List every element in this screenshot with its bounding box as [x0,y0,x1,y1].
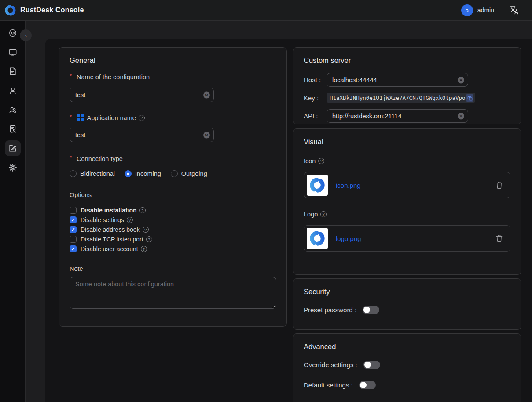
copy-icon[interactable] [466,94,473,102]
topbar: RustDesk Console a admin [0,0,532,21]
help-icon[interactable]: ? [127,217,133,223]
clear-icon[interactable]: × [458,77,464,83]
clear-icon[interactable]: × [203,91,210,98]
options-list: Disable installation ? Disable settings … [70,205,276,254]
help-icon[interactable]: ? [320,211,327,217]
help-icon[interactable]: ? [143,227,149,233]
key-field: HtaXBkJNHyn0e1U1jWXze7A7CN7QTGWqxkOtpaVp… [327,93,475,103]
custom-server-card: Custom server Host : × Key : HtaXBkJNHyn… [293,47,521,124]
checkbox-disable-tcp-listen-port[interactable]: Disable TCP listen port ? [70,234,276,244]
override-settings-toggle[interactable] [363,361,380,369]
app-name-field: × [70,128,214,142]
key-value: HtaXBkJNHyn0e1U1jWXze7A7CN7QTGWqxkOtpaVp… [330,95,466,101]
help-icon[interactable]: ? [139,115,145,121]
note-textarea[interactable] [70,277,276,309]
checkbox-disable-installation[interactable]: Disable installation ? [70,205,276,215]
icon-thumbnail [307,175,328,196]
help-icon[interactable]: ? [139,207,146,213]
app-name-label: Application name ? [70,113,276,122]
checkbox-icon [70,226,77,233]
help-icon[interactable]: ? [318,158,324,164]
host-label: Host : [304,76,327,84]
override-settings-label: Override settings : [304,361,357,369]
edit-icon [8,143,18,153]
icon-file-link[interactable]: icon.png [336,182,361,189]
checkbox-icon [70,207,77,214]
radio-outgoing[interactable]: Outgoing [171,170,207,177]
clear-icon[interactable]: × [203,132,210,138]
config-name-input[interactable] [70,88,214,102]
icon-file-row: icon.png [304,172,510,198]
help-icon[interactable]: ? [146,236,152,242]
radio-icon [70,170,77,177]
config-name-label: Name of the configuration [70,73,276,81]
visual-title: Visual [304,136,510,147]
username[interactable]: admin [477,7,494,14]
audit-log-icon [8,124,18,134]
trash-icon[interactable] [495,234,503,242]
logo-file-link[interactable]: logo.png [336,235,361,242]
api-label: API : [304,112,327,120]
user-group-icon [8,105,18,115]
key-row: Key : HtaXBkJNHyn0e1U1jWXze7A7CN7QTGWqxk… [304,93,510,103]
api-input[interactable] [327,109,468,123]
general-title: General [70,55,276,66]
default-settings-label: Default settings : [304,381,353,389]
security-title: Security [304,286,510,297]
radio-incoming[interactable]: Incoming [125,170,161,177]
clear-icon[interactable]: × [458,113,464,119]
api-row: API : × [304,109,510,123]
translate-icon[interactable] [510,6,519,15]
radio-icon [125,170,132,177]
preset-password-label: Preset password : [304,306,356,314]
logo-thumbnail [307,228,328,249]
key-label: Key : [304,94,327,102]
sidebar [0,21,26,402]
general-card: General Name of the configuration × Appl… [59,47,287,327]
sidebar-item-users[interactable] [5,83,21,99]
sidebar-item-custom-clients[interactable] [5,140,21,156]
settings-icon [8,163,18,172]
sidebar-expand-button[interactable]: › [20,29,32,41]
app-title: RustDesk Console [20,6,84,14]
checkbox-disable-address-book[interactable]: Disable address book ? [70,225,276,234]
sidebar-item-groups[interactable] [5,102,21,118]
host-input[interactable] [327,73,468,87]
security-card: Security Preset password : [293,278,521,330]
visual-card: Visual Icon ? icon.png Logo ? [293,128,521,275]
radio-bidirectional[interactable]: Bidirectional [70,170,115,177]
brand: RustDesk Console [4,4,84,16]
checkbox-icon [70,216,77,223]
default-settings-toggle[interactable] [359,381,376,389]
preset-password-toggle[interactable] [363,306,379,314]
sidebar-item-licenses[interactable] [5,121,21,137]
rustdesk-logo-icon [4,4,16,16]
checkbox-disable-user-account[interactable]: Disable user account ? [70,244,276,254]
logo-label: Logo ? [304,210,510,219]
sidebar-item-devices[interactable] [5,44,21,60]
app-name-input[interactable] [70,128,214,142]
trash-icon[interactable] [495,181,503,189]
host-row: Host : × [304,73,510,87]
content-wrapper: General Name of the configuration × Appl… [45,39,532,402]
sidebar-item-audit[interactable] [5,63,21,79]
default-settings-row: Default settings : [304,381,510,389]
avatar[interactable]: a [461,4,473,16]
windows-icon [77,114,84,121]
sidebar-item-dashboard[interactable] [5,25,21,41]
monitor-icon [8,48,18,57]
note-label: Note [70,264,276,273]
connection-type-radios: Bidirectional Incoming Outgoing [70,170,276,177]
host-field: × [327,73,468,87]
custom-server-title: Custom server [304,55,510,66]
override-settings-row: Override settings : [304,361,510,369]
radio-icon [171,170,178,177]
advanced-title: Advanced [304,341,510,352]
config-name-field: × [70,88,214,102]
checkbox-icon [70,236,77,243]
checkbox-disable-settings[interactable]: Disable settings ? [70,215,276,225]
user-icon [8,86,18,95]
help-icon[interactable]: ? [141,246,147,252]
smiley-icon [8,28,18,38]
sidebar-item-settings[interactable] [5,160,21,175]
